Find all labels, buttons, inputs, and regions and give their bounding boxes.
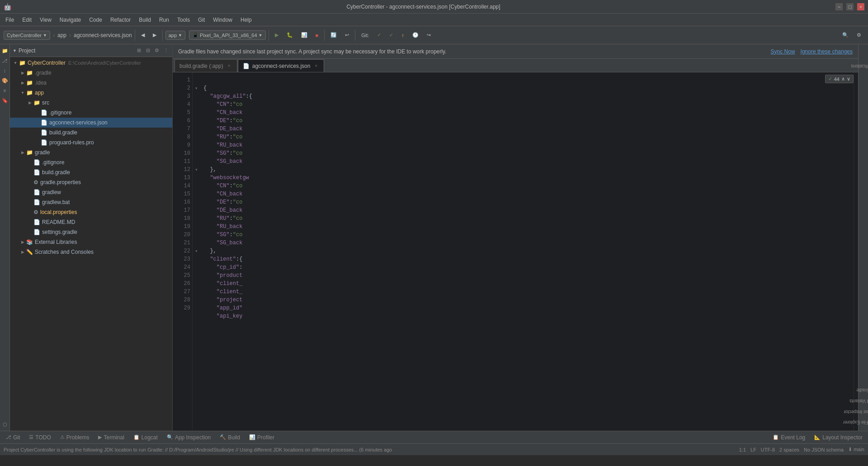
close-button[interactable]: × <box>857 3 864 10</box>
history-button[interactable]: 🕐 <box>409 30 422 40</box>
tree-external-libs[interactable]: ▶ 📚 External Libraries <box>10 237 172 247</box>
tree-readme[interactable]: 📄 README.MD <box>10 217 172 227</box>
sync-button[interactable]: 🔄 <box>327 30 340 40</box>
bookmarks-icon[interactable]: 🔖 <box>0 96 9 105</box>
tree-gradle-dir2[interactable]: ▶ 📁 gradle <box>10 147 172 157</box>
line-endings[interactable]: LF <box>750 447 756 452</box>
forward-button[interactable]: ▶ <box>150 30 160 40</box>
vcs-button[interactable]: Git: <box>358 31 372 40</box>
maximize-button[interactable]: □ <box>846 3 854 10</box>
bottom-tab-layout-inspector[interactable]: 📐 Layout Inspector <box>811 433 865 442</box>
tree-root[interactable]: ▼ 📁 CyberController E:\Code\Android\Cybe… <box>10 58 172 68</box>
tab-build-gradle-close[interactable]: × <box>226 63 232 69</box>
profile-button[interactable]: 📊 <box>298 30 311 40</box>
project-dropdown[interactable]: CyberController ▼ <box>4 31 50 40</box>
tree-agconnect-file[interactable]: 📄 agconnect-services.json <box>10 118 172 128</box>
tree-root-gitignore[interactable]: 📄 .gitignore <box>10 157 172 167</box>
device-dropdown[interactable]: 📱 Pixel_3a_API_33_x86_64 ▼ <box>189 30 266 40</box>
git-push-button[interactable]: ✓ <box>386 30 396 40</box>
resource-manager-icon[interactable]: 🎨 <box>0 76 9 85</box>
run-button[interactable]: ▶ <box>272 30 282 40</box>
build-variants-icon[interactable]: ⬡ <box>0 420 9 429</box>
menu-window[interactable]: Window <box>209 16 236 24</box>
minimize-button[interactable]: − <box>835 3 843 10</box>
tree-root-build-gradle[interactable]: 📄 build.gradle <box>10 167 172 177</box>
menu-view[interactable]: View <box>36 16 55 24</box>
project-header-expand-all[interactable]: ⊞ <box>135 47 142 54</box>
run-config-dropdown[interactable]: app ▼ <box>165 31 185 40</box>
tab-build-gradle[interactable]: build.gradle (:app) × <box>175 59 237 72</box>
tree-local-props[interactable]: ⚙ local.properties <box>10 207 172 217</box>
bottom-tab-event-log[interactable]: 📋 Event Log <box>770 433 808 442</box>
fold-marker-22[interactable]: ▾ <box>195 249 198 253</box>
build-variants-panel-icon[interactable]: Build Variants <box>859 396 868 405</box>
bottom-tab-terminal[interactable]: ▶ Terminal <box>95 433 127 442</box>
indent-setting[interactable]: 2 spaces <box>779 447 799 452</box>
tab-agconnect[interactable]: 📄 agconnect-services.json × <box>238 59 325 72</box>
code-content[interactable]: { "agcgw_all":{ "CN":"co "CN_back "DE":"… <box>200 72 854 431</box>
tree-scratches[interactable]: ▶ ✏️ Scratches and Consoles <box>10 247 172 257</box>
tree-gradlew-bat[interactable]: 📄 gradlew.bat <box>10 197 172 207</box>
tree-app-dir[interactable]: ▼ 📁 app <box>10 88 172 98</box>
search-button[interactable]: 🔍 <box>839 30 852 40</box>
tree-proguard-file[interactable]: 📄 proguard-rules.pro <box>10 138 172 147</box>
stop-button[interactable]: ■ <box>312 31 322 40</box>
bottom-tab-app-inspection[interactable]: 🔍 App Inspection <box>164 433 213 442</box>
menu-edit[interactable]: Edit <box>19 16 35 24</box>
git-arrow-button[interactable]: ↑ <box>398 31 407 40</box>
bottom-tab-problems[interactable]: ⚠ Problems <box>57 433 92 442</box>
fold-marker-12[interactable]: ▾ <box>195 167 198 172</box>
tree-gradle-dir[interactable]: ▶ 📁 .gradle <box>10 68 172 78</box>
menu-git[interactable]: Git <box>194 16 208 24</box>
expand-icon[interactable]: ∧ <box>841 76 845 82</box>
menu-run[interactable]: Run <box>156 16 173 24</box>
back-button[interactable]: ◀ <box>138 30 148 40</box>
project-header-settings[interactable]: ⚙ <box>153 47 160 54</box>
structure-icon[interactable]: ≡ <box>0 86 9 95</box>
project-header-collapse-all[interactable]: ⊟ <box>144 47 151 54</box>
tree-settings-gradle[interactable]: 📄 settings.gradle <box>10 227 172 237</box>
bottom-tab-todo[interactable]: ☰ TODO <box>26 433 53 442</box>
tree-gradle-props[interactable]: ⚙ gradle.properties <box>10 177 172 187</box>
rollback-button[interactable]: ↪ <box>424 30 434 40</box>
git-check-button[interactable]: ✓ <box>374 30 384 40</box>
menu-build[interactable]: Build <box>135 16 155 24</box>
undo-button[interactable]: ↩ <box>342 30 352 40</box>
ignore-changes-link[interactable]: Ignore these changes <box>801 48 853 55</box>
bottom-tab-build[interactable]: 🔨 Build <box>217 433 243 442</box>
menu-refactor[interactable]: Refactor <box>107 16 134 24</box>
notifications-panel-icon[interactable]: Notifications <box>859 48 868 84</box>
menu-tools[interactable]: Tools <box>174 16 193 24</box>
project-icon[interactable]: 📁 <box>0 46 9 55</box>
gradle-panel-icon[interactable]: Gradle <box>859 385 868 395</box>
editor-scrollbar[interactable] <box>854 72 858 431</box>
collapse-icon[interactable]: ∨ <box>847 76 850 82</box>
db-inspector-panel-icon[interactable]: Database Inspector <box>859 407 868 416</box>
tree-app-build-gradle[interactable]: 📄 build.gradle <box>10 128 172 138</box>
tree-root-path: E:\Code\Android\CyberController <box>68 60 141 66</box>
bottom-tab-profiler[interactable]: 📊 Profiler <box>246 433 277 442</box>
bottom-tab-git[interactable]: ⎇ Git <box>3 433 23 442</box>
tree-idea-dir[interactable]: ▶ 📁 .idea <box>10 78 172 88</box>
menu-navigate[interactable]: Navigate <box>56 16 85 24</box>
branch-name[interactable]: ⬇ main <box>848 447 864 452</box>
cursor-position[interactable]: 1:1 <box>739 447 746 452</box>
tree-app-gitignore[interactable]: 📄 .gitignore <box>10 108 172 118</box>
tree-src-dir[interactable]: ▶ 📁 src <box>10 98 172 108</box>
menu-help[interactable]: Help <box>237 16 255 24</box>
encoding[interactable]: UTF-8 <box>761 447 775 452</box>
debug-button[interactable]: 🐛 <box>283 30 296 40</box>
menu-code[interactable]: Code <box>85 16 106 24</box>
fold-marker-2[interactable]: ▾ <box>195 86 198 90</box>
sync-now-link[interactable]: Sync Now <box>771 48 795 55</box>
settings-button[interactable]: ⚙ <box>854 30 864 40</box>
project-header-more[interactable]: ⋮ <box>162 47 170 54</box>
commit-icon[interactable]: ⎇ <box>0 56 9 65</box>
pull-requests-icon[interactable]: ↕ <box>0 66 9 75</box>
device-explorer-panel-icon[interactable]: Device File Explorer <box>859 418 868 427</box>
json-schema[interactable]: No JSON schema <box>804 447 844 452</box>
bottom-tab-logcat[interactable]: 📋 Logcat <box>131 433 160 442</box>
tree-gradlew[interactable]: 📄 gradlew <box>10 187 172 197</box>
tab-agconnect-close[interactable]: × <box>313 63 319 69</box>
menu-file[interactable]: File <box>2 16 18 24</box>
